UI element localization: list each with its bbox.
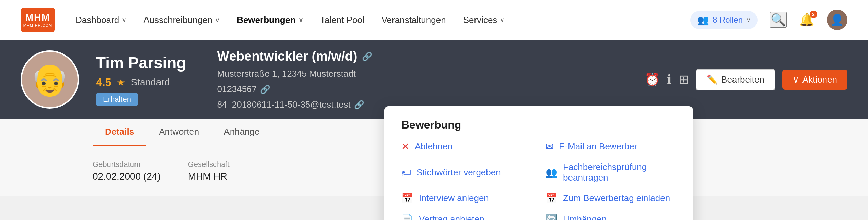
link-icon[interactable]: 🔗	[362, 52, 372, 61]
dropdown-email-bewerber[interactable]: ✉ E-Mail an Bewerber	[546, 141, 676, 152]
mail-icon: ✉	[546, 141, 553, 152]
field-geburtsdatum: Geburtsdatum 02.02.2000 (24)	[93, 160, 161, 182]
nav-veranstaltungen[interactable]: Veranstaltungen	[382, 15, 446, 25]
profile-email: 84_20180611-11-50-35@test.test 🔗	[217, 99, 372, 110]
nav-items: Dashboard ∨ Ausschreibungen ∨ Bewerbunge…	[75, 15, 670, 25]
tab-anhaenge[interactable]: Anhänge	[211, 119, 272, 146]
profile-rating: 4.5	[96, 76, 111, 89]
top-navigation: MHM MHM-HR.COM Dashboard ∨ Ausschreibung…	[0, 0, 868, 40]
chevron-down-icon: ∨	[122, 16, 126, 24]
star-icon: ★	[117, 77, 125, 88]
nav-services[interactable]: Services ∨	[463, 15, 505, 25]
dropdown-ablehnen[interactable]: ✕ Ablehnen	[401, 141, 532, 152]
nav-ausschreibungen[interactable]: Ausschreibungen ∨	[143, 15, 220, 25]
bewerbung-dropdown: Bewerbung ✕ Ablehnen ✉ E-Mail an Bewerbe…	[384, 106, 693, 220]
field-gesellschaft: Gesellschaft MHM HR	[188, 160, 230, 182]
link-icon[interactable]: 🔗	[354, 100, 364, 110]
chevron-down-icon: ∨	[500, 16, 504, 24]
logo-text: MHM	[25, 13, 50, 22]
aktionen-button[interactable]: ∨ Aktionen	[782, 70, 847, 90]
tab-antworten[interactable]: Antworten	[146, 119, 211, 146]
nav-dashboard[interactable]: Dashboard ∨	[75, 15, 126, 25]
x-icon: ✕	[401, 141, 409, 152]
notification-button[interactable]: 🔔 2	[799, 13, 814, 27]
profile-phone: 01234567 🔗	[217, 84, 372, 95]
dropdown-stichwoerter[interactable]: 🏷 Stichwörter vergeben	[401, 162, 532, 183]
tag-icon: 🏷	[401, 167, 411, 178]
roles-button[interactable]: 👥 8 Rollen ∨	[690, 11, 758, 29]
calendar-icon: 📅	[401, 193, 413, 204]
profile-avatar-image: 👴	[31, 62, 69, 98]
grid-button[interactable]: ⊞	[679, 72, 689, 87]
logo[interactable]: MHM MHM-HR.COM	[21, 8, 55, 32]
profile-address: Musterstraße 1, 12345 Musterstadt	[217, 69, 372, 79]
user-avatar[interactable]: 👤	[827, 10, 847, 30]
dropdown-vertrag[interactable]: 📄 Vertrag anbieten	[401, 213, 532, 220]
profile-avatar: 👴	[21, 50, 79, 109]
dropdown-bewerbertag[interactable]: 📅 Zum Bewerbertag einladen	[546, 193, 676, 204]
profile-status-badge: Erhalten	[96, 93, 138, 106]
profile-type: Standard	[131, 77, 170, 88]
alarm-button[interactable]: ⏰	[645, 72, 660, 87]
avatar-image: 👤	[830, 13, 844, 26]
chevron-down-icon: ∨	[298, 16, 303, 24]
users-icon: 👥	[697, 14, 709, 26]
info-button[interactable]: ℹ	[667, 72, 672, 87]
dropdown-grid: ✕ Ablehnen ✉ E-Mail an Bewerber 🏷 Stichw…	[401, 141, 676, 220]
calendar-invite-icon: 📅	[546, 193, 558, 204]
chevron-down-icon: ∨	[793, 74, 799, 85]
users-check-icon: 👥	[546, 167, 558, 178]
chevron-down-icon: ∨	[215, 16, 220, 24]
profile-name: Tim Parsing	[96, 53, 186, 72]
transfer-icon: 🔄	[546, 213, 558, 220]
profile-info: Tim Parsing 4.5 ★ Standard Erhalten	[96, 53, 186, 106]
dropdown-fachbereichspruefung[interactable]: 👥 Fachbereichsprüfung beantragen	[546, 162, 676, 183]
link-icon[interactable]: 🔗	[260, 85, 270, 94]
nav-right: 👥 8 Rollen ∨ 🔍 🔔 2 👤	[690, 10, 847, 30]
dropdown-interview[interactable]: 📅 Interview anlegen	[401, 193, 532, 204]
nav-bewerbungen[interactable]: Bewerbungen ∨	[237, 15, 303, 25]
edit-button[interactable]: ✏️ Bearbeiten	[696, 69, 775, 90]
tab-details[interactable]: Details	[93, 119, 146, 146]
profile-rating-row: 4.5 ★ Standard	[96, 76, 186, 89]
dropdown-umhaengen[interactable]: 🔄 Umhängen	[546, 213, 676, 220]
logo-subtext: MHM-HR.COM	[23, 23, 52, 27]
profile-actions: ⏰ ℹ ⊞ ✏️ Bearbeiten ∨ Aktionen	[645, 69, 847, 90]
edit-icon: ✏️	[707, 74, 718, 85]
dropdown-title: Bewerbung	[401, 119, 676, 131]
search-button[interactable]: 🔍	[770, 12, 787, 28]
profile-job-title: Webentwickler (m/w/d) 🔗	[217, 49, 372, 64]
chevron-down-icon: ∨	[746, 16, 751, 24]
nav-talent-pool[interactable]: Talent Pool	[320, 15, 364, 25]
profile-job-section: Webentwickler (m/w/d) 🔗 Musterstraße 1, …	[217, 49, 372, 110]
document-icon: 📄	[401, 213, 413, 220]
